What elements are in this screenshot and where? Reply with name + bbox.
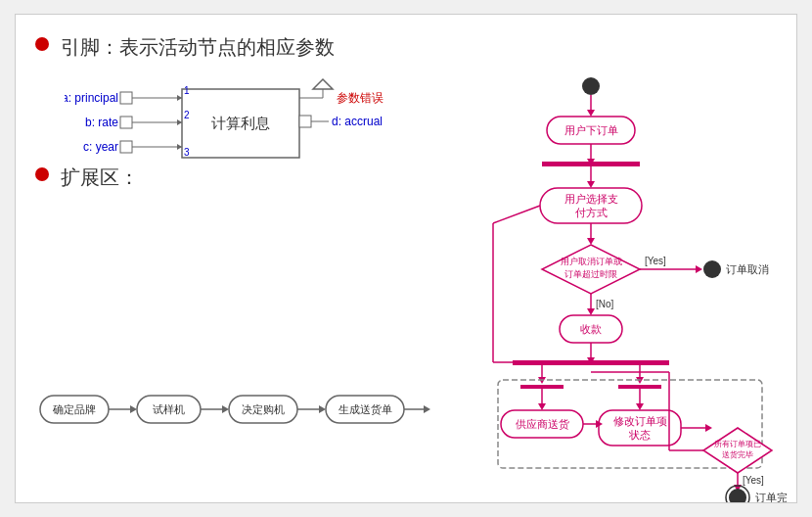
svg-text:所有订单项已: 所有订单项已 — [714, 440, 761, 448]
svg-point-62 — [703, 260, 721, 278]
section1-title: 引脚：表示活动节点的相应参数 — [61, 34, 335, 61]
svg-marker-50 — [587, 181, 595, 188]
svg-text:1: 1 — [184, 85, 190, 96]
svg-text:试样机: 试样机 — [153, 403, 185, 415]
svg-rect-77 — [520, 385, 564, 389]
svg-marker-60 — [696, 265, 702, 273]
slide: 引脚：表示活动节点的相应参数 计算利息 a: principal 1 b: ra… — [15, 14, 797, 503]
svg-rect-48 — [542, 162, 640, 166]
svg-text:修改订单项: 修改订单项 — [613, 415, 667, 427]
svg-text:状态: 状态 — [628, 429, 651, 441]
svg-marker-28 — [130, 405, 137, 413]
svg-text:付方式: 付方式 — [575, 207, 608, 218]
svg-marker-32 — [222, 405, 229, 413]
activity-diagram: 用户下订单 用户选择支 付方式 用户取消订单或 订单超过时限 [Yes] 订单取… — [415, 69, 787, 503]
svg-text:参数错误: 参数错误 — [337, 91, 383, 105]
svg-text:3: 3 — [184, 147, 190, 158]
svg-line-108 — [493, 206, 540, 223]
svg-text:订单超过时限: 订单超过时限 — [564, 269, 617, 279]
svg-marker-55 — [587, 238, 595, 245]
svg-rect-7 — [120, 117, 132, 128]
svg-marker-65 — [587, 308, 595, 315]
svg-text:订单完成: 订单完成 — [755, 492, 787, 503]
svg-rect-11 — [120, 141, 132, 153]
svg-text:生成送货单: 生成送货单 — [338, 403, 392, 415]
svg-text:用户下订单: 用户下订单 — [564, 124, 618, 136]
svg-marker-14 — [313, 79, 333, 89]
svg-rect-3 — [120, 92, 132, 104]
svg-marker-93 — [705, 424, 712, 432]
svg-point-41 — [582, 77, 600, 95]
svg-text:b: rate: b: rate — [85, 116, 118, 129]
svg-text:计算利息: 计算利息 — [211, 115, 270, 131]
svg-text:2: 2 — [184, 110, 190, 120]
svg-marker-80 — [538, 403, 546, 410]
svg-text:[Yes]: [Yes] — [645, 256, 666, 266]
svg-text:订单取消: 订单取消 — [726, 263, 769, 275]
svg-marker-36 — [319, 405, 326, 413]
svg-rect-19 — [299, 116, 311, 127]
svg-text:送货完毕: 送货完毕 — [722, 450, 753, 459]
svg-text:a: principal: a: principal — [65, 91, 118, 105]
svg-text:[Yes]: [Yes] — [743, 475, 764, 486]
svg-text:决定购机: 决定购机 — [242, 403, 285, 415]
section2-title: 扩展区： — [61, 164, 139, 191]
svg-text:确定品牌: 确定品牌 — [52, 403, 96, 415]
svg-text:供应商送货: 供应商送货 — [516, 418, 569, 430]
bullet2 — [35, 167, 49, 181]
svg-text:d: accrual: d: accrual — [332, 115, 383, 128]
svg-text:用户选择支: 用户选择支 — [564, 193, 618, 205]
svg-rect-78 — [618, 385, 661, 389]
section2-header: 扩展区： — [35, 164, 139, 191]
svg-point-100 — [729, 489, 746, 503]
svg-marker-82 — [636, 403, 644, 410]
section1-header: 引脚：表示活动节点的相应参数 — [35, 34, 777, 61]
bullet1 — [35, 37, 49, 51]
svg-marker-43 — [587, 110, 595, 117]
svg-text:用户取消订单或: 用户取消订单或 — [561, 257, 622, 266]
svg-text:收款: 收款 — [580, 323, 602, 335]
svg-rect-71 — [513, 360, 669, 365]
svg-text:c: year: c: year — [83, 140, 118, 154]
svg-text:[No]: [No] — [596, 299, 614, 309]
